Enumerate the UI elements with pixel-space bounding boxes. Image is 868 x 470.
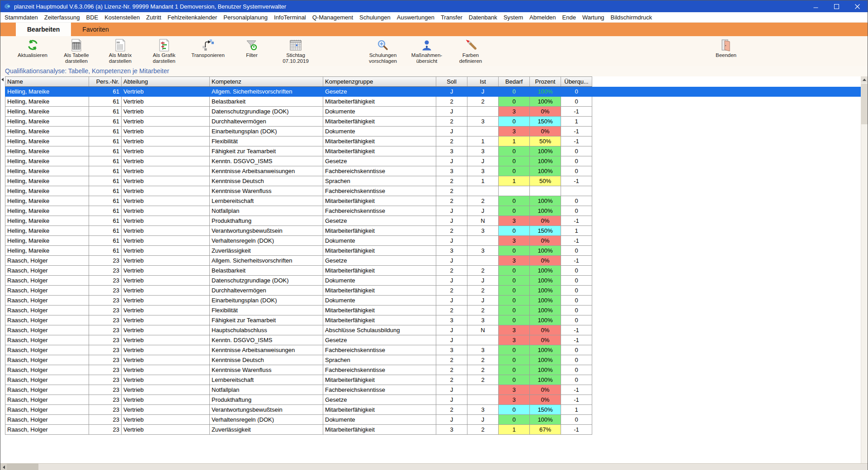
table-row[interactable]: Raasch, Holger23VertriebLernbereitschaft…: [5, 375, 862, 385]
table-row[interactable]: Helling, Mareike61VertriebFähigkeit zur …: [5, 146, 862, 156]
scroll-left-button[interactable]: [0, 464, 7, 470]
menu-item-datenbank[interactable]: Datenbank: [466, 14, 500, 21]
table-row[interactable]: Raasch, Holger23VertriebDurchhaltevermög…: [5, 286, 862, 296]
menu-item-ende[interactable]: Ende: [559, 14, 579, 21]
table-row[interactable]: Helling, Mareike61VertriebVerantwortungs…: [5, 226, 862, 236]
cell-kompetenz: Durchhaltevermögen: [210, 286, 323, 296]
menu-bar: StammdatenZeiterfassungBDEKostenstellenZ…: [0, 12, 868, 23]
menu-item-stammdaten[interactable]: Stammdaten: [1, 14, 41, 21]
table-row[interactable]: Helling, Mareike61VertriebZuverlässigkei…: [5, 246, 862, 256]
table-row[interactable]: Raasch, Holger23VertriebKenntn. DSGVO_IS…: [5, 335, 862, 345]
table-row[interactable]: Raasch, Holger23VertriebAllgem. Sicherhe…: [5, 256, 862, 266]
als-grafik-darstellen-button[interactable]: Als Grafikdarstellen: [143, 38, 185, 64]
table-row[interactable]: Raasch, Holger23VertriebFlexibilitätMita…: [5, 306, 862, 315]
table-row[interactable]: Helling, Mareike61VertriebEinarbeitungsp…: [5, 127, 862, 136]
table-row[interactable]: Helling, Mareike61VertriebKenntnisse Arb…: [5, 166, 862, 176]
table-row[interactable]: Helling, Mareike61VertriebKenntnisse War…: [5, 186, 862, 196]
aktualisieren-button[interactable]: Aktualisieren: [11, 38, 54, 58]
table-row[interactable]: Raasch, Holger23VertriebProdukthaftungGe…: [5, 395, 862, 405]
cell-persnr: 23: [89, 355, 122, 365]
table-row[interactable]: Raasch, Holger23VertriebVerhaltensregeln…: [5, 415, 862, 425]
table-row[interactable]: Helling, Mareike61VertriebFlexibilitätMi…: [5, 136, 862, 146]
pane-collapse-arrow-icon[interactable]: [1, 78, 4, 81]
table-row[interactable]: Helling, Mareike61VertriebDurchhalteverm…: [5, 117, 862, 127]
menu-item-schulungen[interactable]: Schulungen: [356, 14, 394, 21]
table-row[interactable]: Helling, Mareike61VertriebBelastbarkeitM…: [5, 97, 862, 107]
column-header-name[interactable]: Name: [5, 77, 89, 87]
menu-item-zeiterfassung[interactable]: Zeiterfassung: [41, 14, 83, 21]
menu-item-fehlzeitenkalender[interactable]: Fehlzeitenkalender: [165, 14, 221, 21]
farben-definieren-button[interactable]: Farbendefinieren: [449, 38, 492, 64]
menu-item-zutritt[interactable]: Zutritt: [143, 14, 164, 21]
massnahmen-uebersicht-button[interactable]: Maßnahmen-übersicht: [406, 38, 448, 64]
column-header-soll[interactable]: Soll: [436, 77, 467, 87]
table-row[interactable]: Raasch, Holger23VertriebFähigkeit zur Te…: [5, 315, 862, 325]
close-icon: [855, 4, 860, 9]
cell-soll: 2: [436, 266, 467, 276]
table-row[interactable]: Helling, Mareike61VertriebProdukthaftung…: [5, 216, 862, 226]
table-row[interactable]: Helling, Mareike61VertriebAllgem. Sicher…: [5, 87, 862, 97]
table-row[interactable]: Raasch, Holger23VertriebKenntnisse Arbei…: [5, 345, 862, 355]
filter-button[interactable]: Filter: [231, 38, 273, 58]
table-row[interactable]: Raasch, Holger23VertriebVerantwortungsbe…: [5, 405, 862, 415]
menu-item-wartung[interactable]: Wartung: [579, 14, 608, 21]
tool-button-label: Filter: [231, 52, 273, 58]
menu-item-system[interactable]: System: [500, 14, 526, 21]
vertical-scrollbar[interactable]: [861, 76, 868, 463]
horizontal-scrollbar[interactable]: [0, 463, 868, 470]
menu-item-kostenstellen[interactable]: Kostenstellen: [101, 14, 143, 21]
transponieren-button[interactable]: Transponieren: [187, 38, 229, 58]
column-header-bedarf[interactable]: Bedarf: [499, 77, 530, 87]
scroll-up-button[interactable]: [861, 76, 868, 83]
table-row[interactable]: Raasch, Holger23VertriebKenntnisse Deuts…: [5, 355, 862, 365]
column-header-ist[interactable]: Ist: [467, 77, 499, 87]
table-row[interactable]: Raasch, Holger23VertriebDatenschutzgrund…: [5, 276, 862, 286]
schulungen-vorschlagen-button[interactable]: Schulungenvorschlagen: [362, 38, 404, 64]
als-tabelle-darstellen-button[interactable]: Als Tabelledarstellen: [55, 38, 98, 64]
tab-favoriten[interactable]: Favoriten: [71, 23, 120, 36]
table-row[interactable]: Helling, Mareike61VertriebDatenschutzgru…: [5, 107, 862, 117]
menu-item-personalplanung[interactable]: Personalplanung: [220, 14, 271, 21]
window-title: planzeit Hauptmodul V.6.3.096 (a) Lizenz…: [14, 3, 286, 10]
cell-filler: [592, 345, 862, 355]
als-matrix-darstellen-button[interactable]: Als Matrixdarstellen: [99, 38, 142, 64]
cell-prozent: 50%: [530, 176, 561, 186]
table-row[interactable]: Raasch, Holger23VertriebZuverlässigkeitM…: [5, 425, 862, 435]
stichtag-button[interactable]: Stichtag07.10.2019: [274, 38, 317, 64]
table-row[interactable]: Raasch, Holger23VertriebNotfallplanFachb…: [5, 385, 862, 395]
column-header-prozent[interactable]: Prozent: [530, 77, 561, 87]
left-gutter[interactable]: [0, 76, 5, 463]
column-header-kompetenz[interactable]: Kompetenz: [210, 77, 323, 87]
table-row[interactable]: Helling, Mareike61VertriebKenntn. DSGVO_…: [5, 156, 862, 166]
table-row[interactable]: Raasch, Holger23VertriebBelastbarkeitMit…: [5, 266, 862, 276]
table-row[interactable]: Raasch, Holger23VertriebHauptschulabschl…: [5, 325, 862, 335]
tab-bearbeiten[interactable]: Bearbeiten: [16, 23, 71, 36]
menu-item-abmelden[interactable]: Abmelden: [526, 14, 559, 21]
column-header-pers-nr[interactable]: Pers.-Nr.: [89, 77, 122, 87]
menu-item-auswertungen[interactable]: Auswertungen: [394, 14, 438, 21]
menu-item-q-management[interactable]: Q-Management: [309, 14, 356, 21]
maximize-button[interactable]: [826, 0, 847, 12]
column-header-berqu[interactable]: Überqu...: [561, 77, 592, 87]
column-header-abteilung[interactable]: Abteilung: [122, 77, 210, 87]
horizontal-scroll-thumb[interactable]: [7, 464, 38, 470]
table-row[interactable]: Helling, Mareike61VertriebLernbereitscha…: [5, 196, 862, 206]
close-button[interactable]: [847, 0, 868, 12]
vertical-scroll-thumb[interactable]: [861, 84, 868, 124]
menu-item-bde[interactable]: BDE: [83, 14, 101, 21]
beenden-button[interactable]: Beenden: [705, 38, 747, 58]
table-row[interactable]: Helling, Mareike61VertriebNotfallplanFac…: [5, 206, 862, 216]
cell-persnr: 61: [89, 246, 122, 256]
table-row[interactable]: Helling, Mareike61VertriebKenntnisse Deu…: [5, 176, 862, 186]
table-row[interactable]: Raasch, Holger23VertriebKenntnisse Waren…: [5, 365, 862, 375]
menu-item-bildschirmdruck[interactable]: Bildschirmdruck: [608, 14, 656, 21]
menu-item-infoterminal[interactable]: InfoTerminal: [271, 14, 309, 21]
cell-prozent: 100%: [530, 206, 561, 216]
minimize-button[interactable]: [805, 0, 826, 12]
horizontal-scroll-track[interactable]: [38, 464, 868, 470]
menu-item-transfer[interactable]: Transfer: [438, 14, 466, 21]
table-row[interactable]: Helling, Mareike61VertriebVerhaltensrege…: [5, 236, 862, 246]
table-row[interactable]: Raasch, Holger23VertriebEinarbeitungspla…: [5, 296, 862, 306]
cell-kompetenz: Notfallplan: [210, 206, 323, 216]
column-header-kompetenzgruppe[interactable]: Kompetenzgruppe: [323, 77, 436, 87]
